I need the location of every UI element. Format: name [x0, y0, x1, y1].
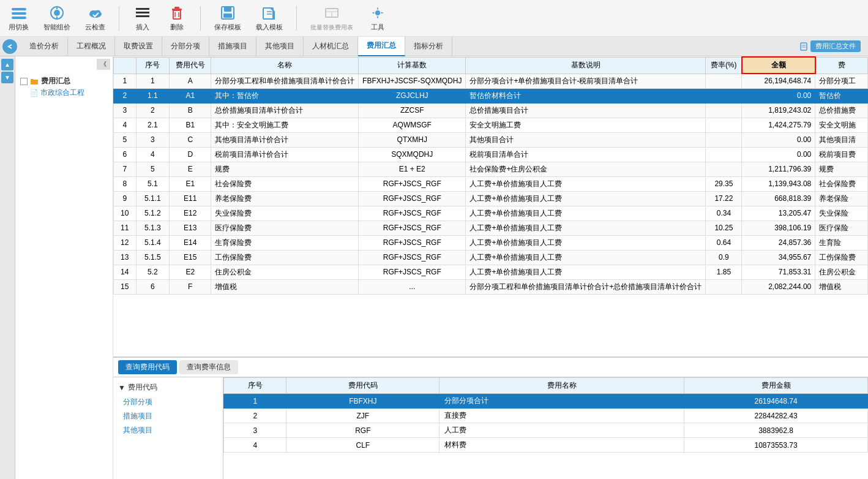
fee-summary-file-btn[interactable]: 费用汇总文件	[810, 40, 861, 52]
fct-cell-seq: 3	[224, 423, 286, 438]
fee-code-table-row[interactable]: 4 CLF 材料费 10873553.73	[224, 438, 868, 453]
cell-name: 社会保险费	[211, 176, 359, 191]
toolbar-cloud-check[interactable]: 云检查	[81, 2, 109, 34]
svg-rect-2	[12, 17, 26, 19]
toolbar-delete[interactable]: 删除	[163, 2, 190, 34]
bottom-tab-query-code[interactable]: 查询费用代码	[118, 360, 177, 374]
table-row[interactable]: 10 5.1.2 E12 失业保险费 RGF+JSCS_RGF 人工费+单价措施…	[114, 206, 868, 221]
fee-code-table-row[interactable]: 1 FBFXHJ 分部分项合计 26194648.74	[224, 394, 868, 409]
tab-other-items[interactable]: 其他项目	[256, 37, 304, 56]
cell-basedesc: 总价措施项目合计	[466, 103, 706, 118]
fct-col-code: 费用代码	[286, 378, 440, 394]
cell-basedesc: 其他项目合计	[466, 132, 706, 147]
toolbar-tools-label: 工具	[371, 23, 384, 32]
table-row[interactable]: 13 5.1.5 E15 工伤保险费 RGF+JSCS_RGF 人工费+单价措施…	[114, 250, 868, 265]
cell-feedesc: 总价措施费	[815, 103, 868, 118]
tab-sub-items[interactable]: 分部分项	[162, 37, 209, 56]
folder-icon	[30, 77, 39, 86]
tab-collapse-btn[interactable]	[2, 39, 17, 54]
cell-basedesc: 人工费+单价措施项目人工费	[466, 265, 706, 279]
fee-code-panel: ▼ 费用代码 分部分项 措施项目 其他项目	[113, 377, 223, 479]
cell-feedesc: 生育险	[815, 235, 868, 250]
bottom-tab-query-rate[interactable]: 查询费率信息	[179, 360, 238, 374]
fee-code-title-label: 费用代码	[128, 382, 157, 393]
scroll-down-btn[interactable]: ▼	[1, 72, 13, 83]
tab-fee-summary[interactable]: 费用汇总	[358, 37, 405, 56]
toolbar-save-template[interactable]: 保存模板	[211, 2, 245, 34]
table-row[interactable]: 12 5.1.4 E14 生育保险费 RGF+JSCS_RGF 人工费+单价措施…	[114, 235, 868, 250]
cell-calcbase: RGF+JSCS_RGF	[359, 176, 466, 191]
cell-name: 其中：安全文明施工费	[211, 118, 359, 132]
svg-rect-1	[12, 12, 26, 15]
table-row[interactable]: 1 1 A 分部分项工程和单价措施项目清单计价合计 FBFXHJ+JSCSF-S…	[114, 74, 868, 88]
fee-code-title[interactable]: ▼ 费用代码	[116, 380, 220, 395]
tab-measures[interactable]: 措施项目	[209, 37, 256, 56]
toolbar-insert[interactable]: 插入	[129, 2, 156, 34]
cell-rate: 29.35	[706, 176, 742, 191]
fct-cell-name: 人工费	[440, 423, 684, 438]
cell-calcbase: RGF+JSCS_RGF	[359, 250, 466, 265]
table-row[interactable]: 14 5.2 E2 住房公积金 RGF+JSCS_RGF 人工费+单价措施项目人…	[114, 265, 868, 279]
scroll-up-btn[interactable]: ▲	[1, 59, 13, 70]
col-header-basedesc: 基数说明	[466, 57, 706, 74]
toolbar-switch[interactable]: 用切换	[5, 2, 32, 34]
sidebar-child-node[interactable]: 📄 市政综合工程	[18, 88, 110, 98]
delete-icon	[168, 4, 185, 21]
fee-code-item-measures[interactable]: 措施项目	[118, 409, 218, 423]
cell-calcbase: QTXMHJ	[359, 132, 466, 147]
fee-code-item-other[interactable]: 其他项目	[118, 423, 218, 437]
fee-code-table-row[interactable]: 2 ZJF 直接费 22844282.43	[224, 409, 868, 423]
fct-cell-code: CLF	[286, 438, 440, 453]
toolbar-smart-quote[interactable]: 智能组价	[40, 2, 74, 34]
cell-feedesc: 规费	[815, 162, 868, 176]
table-area[interactable]: 序号 费用代号 名称 计算基数 基数说明 费率(%) 全额 费 1 1 A 分部…	[113, 56, 868, 356]
fee-code-table-row[interactable]: 3 RGF 人工费 3883962.8	[224, 423, 868, 438]
tab-project-overview[interactable]: 工程概况	[68, 37, 115, 56]
cell-name: 失业保险费	[211, 206, 359, 221]
cell-rate: 0.9	[706, 250, 742, 265]
fct-col-seq: 序号	[224, 378, 286, 394]
cell-basedesc: 人工费+单价措施项目人工费	[466, 235, 706, 250]
cell-seq: 2	[136, 103, 170, 118]
sidebar-tree: 费用汇总 📄 市政综合工程	[15, 72, 113, 479]
cell-rownum: 1	[114, 74, 137, 88]
cell-rate	[706, 103, 742, 118]
cell-rownum: 4	[114, 118, 137, 132]
toolbar-batch-replace[interactable]: 批量替换费用表	[307, 2, 357, 34]
table-row[interactable]: 9 5.1.1 E11 养老保险费 RGF+JSCS_RGF 人工费+单价措施项…	[114, 191, 868, 206]
tab-cost-analysis[interactable]: 造价分析	[21, 37, 68, 56]
table-row[interactable]: 2 1.1 A1 其中：暂估价 ZGJCLHJ 暂估价材料合计 0.00 暂估价	[114, 88, 868, 103]
table-row[interactable]: 15 6 F 增值税 ... 分部分项工程和单价措施项目清单计价合计+总价措施项…	[114, 279, 868, 294]
cell-calcbase: RGF+JSCS_RGF	[359, 191, 466, 206]
checkbox-icon	[20, 78, 28, 85]
toolbar-load-template[interactable]: 载入模板	[252, 2, 286, 34]
table-row[interactable]: 4 2.1 B1 其中：安全文明施工费 AQWMSGF 安全文明施工费 1,42…	[114, 118, 868, 132]
cell-feecode: E	[170, 162, 211, 176]
cell-rownum: 15	[114, 279, 137, 294]
fct-cell-code: FBFXHJ	[286, 394, 440, 409]
svg-point-27	[375, 10, 380, 15]
fee-code-table-area[interactable]: 序号 费用代码 费用名称 费用金额 1 FBFXHJ 分部分项合计 261946…	[223, 377, 868, 479]
tab-indicators[interactable]: 指标分析	[405, 37, 452, 56]
fee-code-item-sub[interactable]: 分部分项	[118, 395, 218, 409]
load-template-icon	[261, 4, 278, 21]
sidebar-collapse-btn[interactable]: 《	[97, 59, 110, 70]
fct-col-name: 费用名称	[440, 378, 684, 394]
table-row[interactable]: 6 4 D 税前项目清单计价合计 SQXMQDHJ 税前项目清单合计 0.00 …	[114, 147, 868, 162]
cell-name: 其中：暂估价	[211, 88, 359, 103]
tab-labor-material[interactable]: 人材机汇总	[304, 37, 358, 56]
cell-basedesc: 人工费+单价措施项目人工费	[466, 221, 706, 235]
divider-3	[296, 6, 297, 31]
cell-calcbase: RGF+JSCS_RGF	[359, 206, 466, 221]
sidebar-root-node[interactable]: 费用汇总	[18, 75, 110, 88]
batch-replace-icon	[323, 5, 340, 22]
table-row[interactable]: 7 5 E 规费 E1 + E2 社会保险费+住房公积金 1,211,796.3…	[114, 162, 868, 176]
table-row[interactable]: 5 3 C 其他项目清单计价合计 QTXMHJ 其他项目合计 0.00 其他项目…	[114, 132, 868, 147]
table-row[interactable]: 8 5.1 E1 社会保险费 RGF+JSCS_RGF 人工费+单价措施项目人工…	[114, 176, 868, 191]
table-row[interactable]: 11 5.1.3 E13 医疗保险费 RGF+JSCS_RGF 人工费+单价措施…	[114, 221, 868, 235]
tab-fee-settings[interactable]: 取费设置	[115, 37, 162, 56]
cell-amount: 24,857.36	[742, 235, 815, 250]
table-row[interactable]: 3 2 B 总价措施项目清单计价合计 ZZCSF 总价措施项目合计 1,819,…	[114, 103, 868, 118]
toolbar-tools[interactable]: 工具	[364, 2, 391, 34]
cell-seq: 5.1.3	[136, 221, 170, 235]
